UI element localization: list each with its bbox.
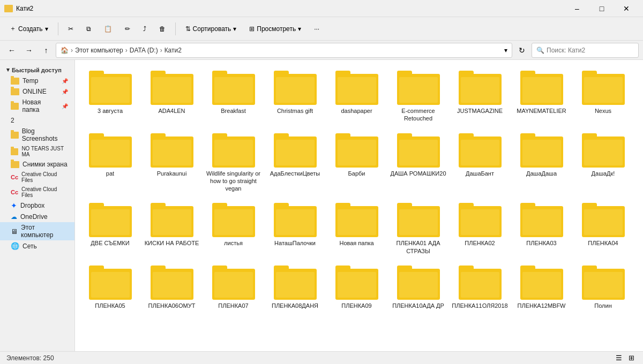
folder-icon-big [582, 201, 625, 237]
path-segment-data[interactable]: DATA (D:) [130, 47, 158, 54]
folder-item-f24[interactable]: ПЛЕНКА01 АДА СТРАЗЫ [387, 196, 449, 259]
folder-item-f15[interactable]: ДАША РОМАШКИ20 [387, 127, 449, 197]
sidebar-item-label: Creative Cloud Files [21, 171, 68, 183]
folder-item-f16[interactable]: ДашаБант [449, 127, 511, 197]
folder-body [459, 269, 502, 300]
folder-icon [11, 148, 18, 155]
sidebar-item-label: Blog Screenshots [22, 127, 68, 142]
folder-item-f35[interactable]: ПЛЕНКА12MBFW [511, 259, 572, 314]
folder-item-f10[interactable]: pat [79, 127, 141, 197]
folder-item-f12[interactable]: Wildlife singularity or how to go straig… [203, 127, 264, 197]
folder-item-f23[interactable]: Новая папка [326, 196, 387, 259]
folder-body [274, 74, 317, 105]
sidebar-item-dropbox[interactable]: ✦ Dropbox [0, 200, 74, 211]
create-dropdown-icon: ▾ [45, 25, 48, 33]
sort-button[interactable]: ⇅ Сортировать ▾ [180, 23, 242, 35]
more-label: ··· [314, 25, 319, 33]
sidebar-item-new-folder[interactable]: Новая папка 📌 [0, 97, 74, 115]
sidebar-item-temp[interactable]: Temp 📌 [0, 75, 74, 86]
path-segment-pc[interactable]: Этот компьютер [75, 47, 123, 54]
folder-item-f17[interactable]: ДашаДаша [511, 127, 572, 197]
folder-item-f14[interactable]: Барби [326, 127, 387, 197]
folder-item-f8[interactable]: MAYNEMATELIER [511, 64, 572, 127]
address-path[interactable]: 🏠 › Этот компьютер › DATA (D:) › Кати2 ▾ [56, 43, 512, 58]
folder-item-f19[interactable]: ДВЕ СЪЕМКИ [79, 196, 141, 259]
folder-item-f9[interactable]: Nexus [572, 64, 634, 127]
folder-item-f7[interactable]: JUSTMAGAZINE [449, 64, 511, 127]
folder-inner [584, 272, 623, 298]
quick-access-header[interactable]: ▾ Быстрый доступ [0, 64, 74, 75]
pc-icon: 🖥 [11, 228, 18, 236]
copy-button[interactable]: ⧉ [81, 23, 96, 35]
cut-button[interactable]: ✂ [63, 23, 79, 35]
share-button[interactable]: ⤴ [138, 23, 152, 35]
sidebar-item-2[interactable]: 2 [0, 115, 74, 126]
folder-item-f33[interactable]: ПЛЕНКА10АДА ДР [387, 259, 449, 314]
folder-body [151, 206, 193, 237]
folder-name: Nexus [595, 107, 611, 115]
folder-icon [11, 88, 19, 95]
sidebar-item-cc1[interactable]: Cc Creative Cloud Files [0, 170, 74, 185]
folder-item-f20[interactable]: КИСКИ НА РАБОТЕ [141, 196, 203, 259]
minimize-button[interactable]: – [565, 0, 589, 17]
refresh-button[interactable]: ↻ [514, 43, 529, 58]
folder-name: ДашаДк! [592, 170, 615, 177]
create-button[interactable]: ＋ Создать ▾ [4, 22, 54, 35]
view-button[interactable]: ⊞ Просмотреть ▾ [244, 23, 306, 35]
search-box[interactable]: 🔍 [532, 43, 639, 58]
folder-item-f29[interactable]: ПЛЕНКА06ОМУТ [141, 259, 203, 314]
folder-item-f13[interactable]: АдаБлесткиЦветы [264, 127, 326, 197]
sidebar-item-blog[interactable]: Blog Screenshots [0, 126, 74, 144]
sidebar-item-snapshots[interactable]: Снимки экрана [0, 159, 74, 170]
maximize-button[interactable]: □ [589, 0, 614, 17]
folder-icon-big [397, 131, 440, 168]
delete-button[interactable]: 🗑 [154, 23, 171, 35]
folder-item-f6[interactable]: E-commerce Retouched [387, 64, 449, 127]
folder-item-f11[interactable]: Purakaunui [141, 127, 203, 197]
path-dropdown-icon[interactable]: ▾ [504, 47, 507, 54]
folder-item-f1[interactable]: 3 августа [79, 64, 141, 127]
folder-item-f25[interactable]: ПЛЕНКА02 [449, 196, 511, 259]
path-sep-3: › [160, 47, 162, 54]
paste-button[interactable]: 📋 [99, 23, 117, 35]
more-button[interactable]: ··· [309, 23, 325, 35]
sidebar-item-online[interactable]: ONLINE 📌 [0, 86, 74, 97]
folder-item-f21[interactable]: листья [203, 196, 264, 259]
folder-name: ПЛЕНКА01 АДА СТРАЗЫ [390, 239, 447, 255]
sidebar-item-notears[interactable]: NO TEARS JUST MA [0, 144, 74, 159]
folder-item-f27[interactable]: ПЛЕНКА04 [572, 196, 634, 259]
folder-item-f4[interactable]: Christmas gift [264, 64, 326, 127]
sidebar-item-network[interactable]: 🌐 Сеть [0, 240, 74, 252]
folder-item-f28[interactable]: ПЛЕНКА05 [79, 259, 141, 314]
folder-item-f36[interactable]: Полин [572, 259, 634, 314]
folder-body [520, 269, 563, 300]
folder-item-f31[interactable]: ПЛЕНКА08ДАНЯ [264, 259, 326, 314]
folder-inner [338, 140, 376, 165]
sidebar-item-cc2[interactable]: Cc Creative Cloud Files [0, 185, 74, 200]
list-view-button[interactable]: ☰ [614, 354, 624, 362]
folder-item-f2[interactable]: ADA4LEN [141, 64, 203, 127]
folder-item-f18[interactable]: ДашаДк! [572, 127, 634, 197]
folder-icon-big [151, 131, 193, 168]
forward-button[interactable]: → [21, 43, 36, 58]
sidebar-item-this-pc[interactable]: 🖥 Этот компьютер [0, 222, 74, 240]
folder-item-f26[interactable]: ПЛЕНКА03 [511, 196, 572, 259]
folder-item-f30[interactable]: ПЛЕНКА07 [203, 259, 264, 314]
sidebar-item-onedrive[interactable]: ☁ OneDrive [0, 211, 74, 222]
up-button[interactable]: ↑ [39, 43, 54, 58]
search-input[interactable] [547, 47, 634, 54]
folder-body [89, 206, 132, 237]
folder-item-f5[interactable]: dashapaper [326, 64, 387, 127]
folder-item-f32[interactable]: ПЛЕНКА09 [326, 259, 387, 314]
rename-button[interactable]: ✏ [119, 23, 136, 35]
back-button[interactable]: ← [4, 43, 19, 58]
folder-item-f34[interactable]: ПЛЕНКА11ОЛЯ2018 [449, 259, 511, 314]
folder-inner [214, 140, 253, 165]
grid-view-button[interactable]: ⊞ [626, 354, 637, 362]
folder-item-f3[interactable]: Breakfast [203, 64, 264, 127]
folder-icon-big [459, 131, 502, 168]
folder-item-f22[interactable]: НаташПалочки [264, 196, 326, 259]
path-segment-kati2[interactable]: Кати2 [165, 47, 182, 54]
close-button[interactable]: ✕ [614, 0, 639, 17]
folder-body [520, 206, 563, 237]
